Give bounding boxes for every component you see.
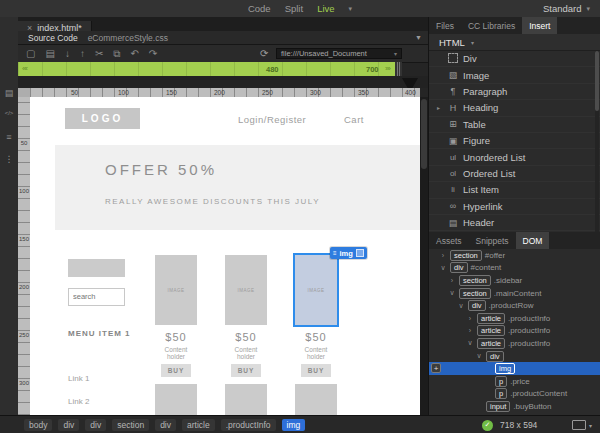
menu-icon[interactable]: ≡ — [0, 132, 18, 142]
chevron-down-icon[interactable]: ∨ — [457, 302, 465, 310]
insert-item-hyperlink[interactable]: ∞ Hyperlink — [429, 199, 600, 215]
tab-snippets[interactable]: Snippets — [469, 232, 516, 249]
chevron-down-icon[interactable]: ∨ — [466, 339, 474, 347]
chevron-right-icon[interactable]: › — [466, 327, 474, 334]
dom-row[interactable]: ∨ div — [429, 350, 600, 363]
cut-icon[interactable]: ✂ — [95, 48, 103, 59]
insert-scrollbar-thumb[interactable] — [595, 51, 599, 111]
view-mode-split[interactable]: Split — [285, 3, 303, 14]
dom-row[interactable]: › section .sidebar — [429, 274, 600, 287]
canvas-scrollbar[interactable] — [420, 97, 428, 415]
dom-row[interactable]: › article .productInfo — [429, 325, 600, 338]
chevron-down-icon: ▾ — [589, 422, 592, 429]
redo-icon[interactable]: ↷ — [149, 48, 157, 59]
tag-selector-article[interactable]: article — [182, 419, 215, 431]
tab-files[interactable]: Files — [429, 17, 461, 34]
canvas-scrollbar-thumb[interactable] — [421, 99, 427, 169]
buy-button[interactable]: BUY — [231, 364, 261, 377]
insert-item-list-item[interactable]: li List Item — [429, 182, 600, 198]
chevron-right-icon[interactable]: › — [448, 277, 456, 284]
dom-row[interactable]: input .buyButton — [429, 400, 600, 413]
dom-row-selected-img[interactable]: + img — [429, 362, 600, 375]
product-image[interactable]: IMAGE — [155, 255, 197, 325]
tab-assets[interactable]: Assets — [429, 232, 469, 249]
tag-selector-productinfo[interactable]: .productInfo — [221, 419, 276, 431]
sidebar-link-1[interactable]: Link 1 — [68, 374, 89, 383]
tag-selector-section[interactable]: section — [112, 419, 149, 431]
buy-button[interactable]: BUY — [161, 364, 191, 377]
dom-row[interactable]: ∨ div #content — [429, 262, 600, 275]
lint-ok-icon[interactable]: ✓ — [482, 420, 493, 431]
element-menu-icon[interactable]: ≡ — [333, 250, 337, 256]
view-mode-live[interactable]: Live — [317, 3, 334, 14]
dom-row[interactable]: ∨ section .mainContent — [429, 287, 600, 300]
insert-item-ordered-list[interactable]: ol Ordered List — [429, 166, 600, 182]
dom-row[interactable]: ∨ article .productInfo — [429, 337, 600, 350]
chevron-down-icon[interactable]: ∨ — [475, 352, 483, 360]
insert-item-table[interactable]: ⊞ Table — [429, 117, 600, 133]
view-mode-code[interactable]: Code — [248, 3, 271, 14]
window-size-readout[interactable]: 718 x 594 — [500, 420, 537, 430]
filter-icon[interactable]: ▼ — [415, 34, 422, 41]
sidebar-link-2[interactable]: Link 2 — [68, 397, 89, 406]
insert-category-dropdown[interactable]: HTML ▾ — [429, 34, 600, 51]
preview-size-dropdown[interactable]: ▾ — [572, 416, 592, 433]
insert-item-header[interactable]: ▤ Header — [429, 215, 600, 231]
product-image[interactable]: IMAGE — [225, 255, 267, 325]
tag-selector-body[interactable]: body — [24, 419, 52, 431]
login-register-link[interactable]: Login/Register — [238, 114, 306, 125]
insert-item-heading[interactable]: ▸ H Heading — [429, 100, 600, 116]
tag-selector-div[interactable]: div — [58, 419, 79, 431]
new-document-icon[interactable]: ▢ — [26, 48, 35, 59]
insert-item-figure[interactable]: ▣ Figure — [429, 133, 600, 149]
tag-selector-div[interactable]: div — [85, 419, 106, 431]
undo-icon[interactable]: ↶ — [130, 48, 138, 59]
dom-row[interactable]: › section #offer — [429, 249, 600, 262]
product-image[interactable] — [295, 384, 337, 415]
product-image[interactable] — [225, 384, 267, 415]
element-display-badge[interactable]: ≡ img — [330, 247, 367, 259]
chevron-right-icon[interactable]: › — [466, 315, 474, 322]
product-image[interactable] — [155, 384, 197, 415]
tag-selector-img-selected[interactable]: img — [282, 419, 306, 431]
upload-icon[interactable]: ↑ — [80, 48, 85, 59]
buy-button[interactable]: BUY — [301, 364, 331, 377]
related-file-source-code[interactable]: Source Code — [28, 33, 78, 43]
dom-row[interactable]: p .price — [429, 375, 600, 388]
chevron-down-icon[interactable]: ∨ — [448, 289, 456, 297]
live-view-canvas[interactable]: LOGO Login/Register Cart OFFER 50% REALL… — [30, 97, 420, 415]
tag-selector-div[interactable]: div — [155, 419, 176, 431]
selected-product-image[interactable]: IMAGE — [295, 255, 337, 325]
tab-cc-libraries[interactable]: CC Libraries — [461, 17, 522, 34]
scrubber-handle[interactable] — [395, 62, 402, 76]
copy-icon[interactable]: ⧉ — [113, 48, 120, 60]
more-icon[interactable]: ⋮ — [0, 154, 18, 164]
related-file-css[interactable]: eCommerceStyle.css — [88, 33, 168, 43]
open-file-icon[interactable]: ▤ — [45, 48, 54, 59]
insert-item-image[interactable]: ▧ Image — [429, 67, 600, 83]
chevron-down-icon[interactable]: ∨ — [439, 264, 447, 272]
tab-insert[interactable]: Insert — [522, 17, 557, 34]
chevron-right-icon[interactable]: › — [439, 252, 447, 259]
cart-link[interactable]: Cart — [344, 114, 364, 125]
dom-row[interactable]: ∨ div .productRow — [429, 299, 600, 312]
add-element-button[interactable]: + — [431, 363, 441, 373]
code-icon[interactable]: </> — [0, 110, 18, 116]
dom-row[interactable]: › article .productInfo — [429, 312, 600, 325]
dom-row[interactable]: p .productContent — [429, 388, 600, 401]
insert-scrollbar[interactable] — [595, 51, 599, 232]
element-options-icon[interactable] — [356, 249, 364, 257]
address-bar[interactable]: file:///Unsaved_Document ▾ — [276, 48, 402, 59]
refresh-icon[interactable]: ⟳ — [260, 48, 268, 59]
insert-item-div[interactable]: Div — [429, 51, 600, 67]
view-mode-caret-icon[interactable]: ▾ — [349, 5, 353, 13]
insert-item-paragraph[interactable]: ¶ Paragraph — [429, 84, 600, 100]
search-input[interactable] — [68, 288, 125, 306]
address-caret-icon[interactable]: ▾ — [394, 50, 397, 57]
tab-dom[interactable]: DOM — [516, 232, 550, 249]
viewport-size-scrubber[interactable]: ‹‹‹ 480 700 ››› — [18, 62, 402, 76]
save-icon[interactable]: ↓ — [65, 48, 70, 59]
files-icon[interactable]: ▤ — [0, 88, 18, 98]
insert-item-unordered-list[interactable]: ul Unordered List — [429, 149, 600, 165]
workspace-switcher[interactable]: Standard ▾ — [543, 0, 590, 17]
